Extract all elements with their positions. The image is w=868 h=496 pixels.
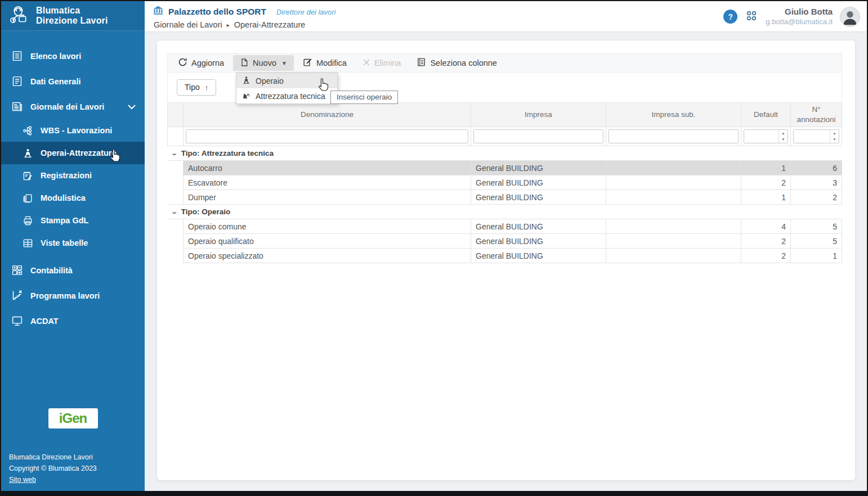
sito-web-link[interactable]: Sito web [1,476,36,484]
table-row[interactable]: Escavatore General BUILDING 2 3 [168,175,842,190]
sidebar-item-label: Contabilità [30,266,73,275]
sidebar-item-acdat[interactable]: ACDAT [1,308,145,333]
worker-icon [22,147,33,159]
group-row-attrezzatura[interactable]: ⌄Tipo: Attrezzatura tecnica [168,146,842,161]
sidebar-footer: iGen Blumatica Direzione Lavori Copyrigh… [1,408,145,484]
sidebar-item-label: Giornale dei Lavori [30,102,104,111]
excavator-icon [242,91,250,101]
worker-logo-icon [8,3,30,28]
sort-ascending-icon: ↑ [205,83,209,92]
sidebar-item-dati-generali[interactable]: Dati Generali [1,69,145,94]
hierarchy-icon [22,125,33,136]
monitor-icon [11,315,23,327]
brand-text: Blumatica Direzione Lavori [36,6,108,26]
group-row-operaio[interactable]: ⌄Tipo: Operaio [168,205,842,219]
content-card: Aggiorna Nuovo ▼ Modifica [157,40,855,480]
gantt-chart-icon [11,290,23,302]
filter-impresa-input[interactable] [473,129,603,143]
avatar[interactable] [840,7,860,27]
seleziona-colonne-button[interactable]: Seleziona colonne [410,55,504,71]
sidebar-item-label: Dati Generali [30,77,80,86]
spin-up-icon[interactable]: ▲ [779,130,788,137]
delete-x-icon [363,58,370,68]
sidebar-item-wbs-lavorazioni[interactable]: WBS - Lavorazioni [1,119,145,142]
sidebar-item-label: Registrazioni [41,171,92,180]
igen-logo: iGen [48,408,98,429]
top-header: Palazzetto dello SPORT Direttore dei lav… [145,1,867,32]
grid-toolbar: Aggiorna Nuovo ▼ Modifica [167,53,842,73]
app-window: Blumatica Direzione Lavori Elenco lavori… [0,0,868,496]
user-email: g.botta@blumatica.it [766,17,833,26]
tooltip: Inserisci operaio [330,91,398,104]
column-chooser-icon [417,57,426,69]
sidebar-item-label: Modulistica [41,193,86,202]
breadcrumb-current: Operai-Attrezzature [234,20,306,29]
table-row[interactable]: Autocarro General BUILDING 1 6 [168,161,842,175]
sidebar-item-viste-tabelle[interactable]: Viste tabelle [1,232,145,254]
new-file-icon [240,58,249,69]
spin-down-icon[interactable]: ▼ [830,137,839,143]
chevron-down-icon[interactable] [128,102,136,111]
filter-annotazioni-input[interactable] [794,130,830,143]
sidebar-nav: Elenco lavori Dati Generali Giornale dei… [1,43,145,333]
header-row: Denominazione Impresa Impresa sub. Defau… [168,103,842,127]
table-row[interactable]: Operaio comune General BUILDING 4 5 [168,219,842,234]
topbar-right: ? Giulio Botta g.botta@blumatica.it [723,1,860,32]
spin-down-icon[interactable]: ▼ [779,137,788,143]
group-collapse-icon[interactable]: ⌄ [171,208,177,215]
col-default[interactable]: Default [741,103,791,127]
sidebar-item-label: WBS - Lavorazioni [41,126,112,135]
filter-default-input[interactable] [744,130,778,143]
menu-item-operaio[interactable]: Operaio [236,73,337,88]
calculator-icon [11,264,23,277]
sidebar-item-registrazioni[interactable]: Registrazioni [1,164,145,187]
apps-grid-icon[interactable] [745,9,758,25]
user-block: Giulio Botta g.botta@blumatica.it [766,7,833,26]
modifica-button[interactable]: Modifica [296,55,354,71]
list-icon [11,50,23,62]
sidebar-item-operai-attrezzature[interactable]: Operai-Attrezzature [1,142,145,164]
aggiorna-button[interactable]: Aggiorna [171,55,231,71]
dropdown-caret-icon: ▼ [281,60,287,66]
help-button[interactable]: ? [723,10,737,24]
table-icon [22,237,33,249]
sidebar-brand: Blumatica Direzione Lavori [1,1,145,31]
table-row[interactable]: Dumper General BUILDING 1 2 [168,190,842,205]
sidebar-item-modulistica[interactable]: Modulistica [1,187,145,209]
footer-copyright: Copyright © Blumatica 2023 [1,463,145,474]
filter-denominazione-input[interactable] [186,129,468,143]
sidebar-item-elenco-lavori[interactable]: Elenco lavori [1,43,145,69]
table-row[interactable]: Operaio specializzato General BUILDING 2… [168,249,842,263]
user-name: Giulio Botta [766,7,833,17]
sidebar-item-label: Elenco lavori [30,52,81,61]
col-impresa-sub[interactable]: Impresa sub. [606,103,741,127]
printer-icon [22,215,33,226]
filter-row: ▲▼ ▲▼ [168,127,842,146]
elimina-button[interactable]: Elimina [356,55,408,71]
breadcrumb-parent[interactable]: Giornale dei Lavori [154,20,222,29]
edit-icon [303,57,312,69]
sidebar-item-stampa-gdl[interactable]: Stampa GdL [1,209,145,232]
col-annotazioni[interactable]: N° annotazioni [791,103,842,127]
refresh-icon [178,57,187,69]
col-denominazione[interactable]: Denominazione [184,103,471,127]
sidebar-item-label: ACDAT [30,317,59,326]
note-pencil-icon [22,170,33,181]
table-row[interactable]: Operaio qualificato General BUILDING 2 5 [168,234,842,249]
col-impresa[interactable]: Impresa [471,103,606,127]
group-by-tipo-chip[interactable]: Tipo ↑ [177,79,216,96]
group-collapse-icon[interactable]: ⌄ [171,150,177,157]
nuovo-button[interactable]: Nuovo ▼ [233,55,294,71]
sidebar-item-contabilita[interactable]: Contabilità [1,258,145,283]
menu-item-attrezzatura-tecnica[interactable]: Attrezzatura tecnica [236,88,337,103]
sidebar-item-programma-lavori[interactable]: Programma lavori [1,283,145,308]
sidebar-item-giornale-dei-lavori[interactable]: Giornale dei Lavori [1,94,145,119]
data-grid: Denominazione Impresa Impresa sub. Defau… [167,102,842,263]
filter-impresa-sub-input[interactable] [609,129,739,143]
newspaper-icon [11,101,23,113]
sidebar-item-label: Stampa GdL [41,216,88,225]
nuovo-dropdown-menu: Operaio Attrezzatura tecnica [236,73,338,104]
worker-icon [242,76,250,86]
spin-up-icon[interactable]: ▲ [830,130,839,137]
bank-building-icon [153,5,164,19]
